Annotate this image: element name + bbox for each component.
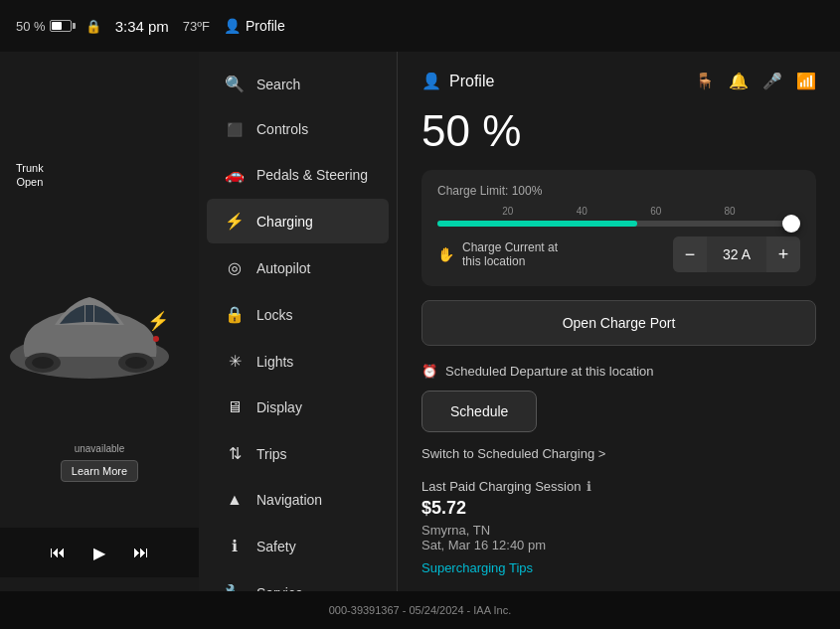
service-icon: 🔧 (225, 583, 245, 591)
sidebar-item-lights[interactable]: ✳ Lights (207, 339, 389, 384)
prev-button[interactable]: ⏮ (50, 544, 66, 561)
battery-percent: 50 % (421, 106, 816, 156)
sidebar-item-navigation[interactable]: ▲ Navigation (207, 478, 389, 522)
lock-icon: 🔒 (85, 19, 101, 34)
battery-icon (50, 20, 72, 32)
profile-indicator[interactable]: 👤 Profile (224, 18, 285, 34)
unavailable-text: unavailable (75, 443, 125, 454)
battery-percentage: 50 % (16, 19, 46, 34)
charge-slider-thumb (782, 215, 800, 233)
profile-label: Profile (246, 18, 285, 34)
last-session-title: Last Paid Charging Session ℹ (421, 479, 816, 494)
charge-slider-track[interactable] (437, 221, 800, 227)
svg-rect-5 (85, 305, 93, 322)
profile-row-left: 👤 Profile (421, 72, 494, 90)
status-bar: 50 % 🔒 3:34 pm 73ºF 👤 Profile (0, 0, 840, 52)
scheduled-departure-title: ⏰ Scheduled Departure at this location (421, 364, 816, 379)
bottom-bar: 000-39391367 - 05/24/2024 - IAA Inc. (0, 591, 840, 629)
charge-current-control: − 32 A + (673, 236, 800, 272)
sidebar-item-label: Safety (256, 539, 296, 554)
sidebar-item-label: Lights (256, 354, 293, 370)
supercharging-tips-link[interactable]: Supercharging Tips (421, 560, 816, 575)
sidebar-item-service[interactable]: 🔧 Service (207, 570, 389, 591)
sidebar-item-trips[interactable]: ⇅ Trips (207, 431, 389, 476)
decrease-current-button[interactable]: − (673, 236, 707, 272)
profile-title: Profile (449, 73, 494, 90)
bottom-bar-text: 000-39391367 - 05/24/2024 - IAA Inc. (329, 604, 511, 616)
charge-slider-fill (437, 221, 637, 227)
sidebar-item-label: Display (256, 399, 302, 415)
switch-charging-link[interactable]: Switch to Scheduled Charging > (421, 446, 816, 461)
play-button[interactable]: ▶ (93, 544, 105, 562)
sidebar-item-display[interactable]: 🖥 Display (207, 386, 389, 429)
open-charge-port-button[interactable]: Open Charge Port (421, 300, 816, 346)
sidebar-item-locks[interactable]: 🔒 Locks (207, 292, 389, 337)
charging-icon: ⚡ (225, 212, 245, 231)
next-button[interactable]: ⏭ (133, 544, 149, 561)
session-date: Sat, Mar 16 12:40 pm (421, 538, 816, 552)
battery-indicator: 50 % (16, 19, 72, 34)
search-icon: 🔍 (225, 75, 245, 93)
charge-current-row: ✋ Charge Current at this location − 32 A… (437, 236, 800, 272)
main-content: 👤 Profile 🪑 🔔 🎤 📶 50 % Charge Limit: 100… (398, 52, 840, 591)
slider-ticks: 20 40 60 80 (437, 206, 800, 217)
learn-more-button[interactable]: Learn More (61, 460, 138, 482)
car-area: Trunk Open ⚡ (0, 52, 199, 591)
safety-icon: ℹ (225, 537, 245, 555)
mic-icon: 🎤 (762, 72, 782, 90)
sidebar-item-pedals[interactable]: 🚗 Pedals & Steering (207, 152, 389, 197)
charge-limit-section: Charge Limit: 100% 20 40 60 80 ✋ Charge … (421, 170, 816, 286)
autopilot-icon: ◎ (225, 258, 245, 277)
hand-icon: ✋ (437, 246, 454, 262)
unavailable-banner: unavailable Learn More (0, 443, 199, 482)
sidebar-item-autopilot[interactable]: ◎ Autopilot (207, 245, 389, 290)
media-controls: ⏮ ▶ ⏭ (0, 528, 199, 577)
sidebar-item-label: Trips (256, 446, 287, 462)
svg-point-4 (125, 357, 147, 369)
profile-icon-sm: 👤 (224, 18, 241, 34)
clock-icon: ⏰ (421, 364, 437, 379)
display-icon: 🖥 (225, 398, 245, 416)
profile-row: 👤 Profile 🪑 🔔 🎤 📶 (421, 72, 816, 90)
profile-row-icons: 🪑 🔔 🎤 📶 (695, 72, 816, 90)
session-amount: $5.72 (421, 498, 816, 519)
status-temp: 73ºF (183, 19, 210, 34)
profile-icon: 👤 (421, 72, 441, 90)
current-value: 32 A (707, 246, 766, 262)
lock-icon: 🔒 (225, 305, 245, 324)
sidebar-item-label: Autopilot (256, 260, 310, 276)
sidebar-item-label: Pedals & Steering (256, 167, 368, 183)
svg-point-2 (32, 357, 54, 369)
signal-icon: 📶 (796, 72, 816, 90)
sidebar-item-label: Charging (256, 214, 313, 230)
lightning-badge: ⚡ (147, 310, 169, 332)
sidebar-item-search[interactable]: 🔍 Search (207, 62, 389, 106)
info-icon[interactable]: ℹ (587, 479, 591, 494)
sidebar-item-label: Controls (256, 121, 308, 137)
sidebar: 🔍 Search ⬛ Controls 🚗 Pedals & Steering … (199, 52, 398, 591)
charge-limit-label: Charge Limit: 100% (437, 184, 800, 198)
controls-icon: ⬛ (225, 122, 245, 137)
pedals-icon: 🚗 (225, 165, 245, 184)
status-time: 3:34 pm (115, 18, 169, 35)
trips-icon: ⇅ (225, 444, 245, 463)
svg-point-6 (153, 336, 159, 342)
last-session: Last Paid Charging Session ℹ $5.72 Smyrn… (421, 479, 816, 575)
schedule-button[interactable]: Schedule (421, 391, 537, 432)
sidebar-item-safety[interactable]: ℹ Safety (207, 524, 389, 568)
sidebar-item-controls[interactable]: ⬛ Controls (207, 108, 389, 150)
navigation-icon: ▲ (225, 491, 245, 509)
sidebar-item-label: Navigation (256, 492, 322, 508)
sidebar-item-label: Locks (256, 307, 293, 323)
increase-current-button[interactable]: + (766, 236, 800, 272)
lights-icon: ✳ (225, 352, 245, 371)
bell-icon: 🔔 (729, 72, 749, 90)
charge-current-label: ✋ Charge Current at this location (437, 240, 558, 268)
seat-icon: 🪑 (695, 72, 715, 90)
sidebar-item-charging[interactable]: ⚡ Charging (207, 199, 389, 243)
sidebar-item-label: Search (256, 77, 300, 92)
session-location: Smyrna, TN (421, 523, 816, 538)
